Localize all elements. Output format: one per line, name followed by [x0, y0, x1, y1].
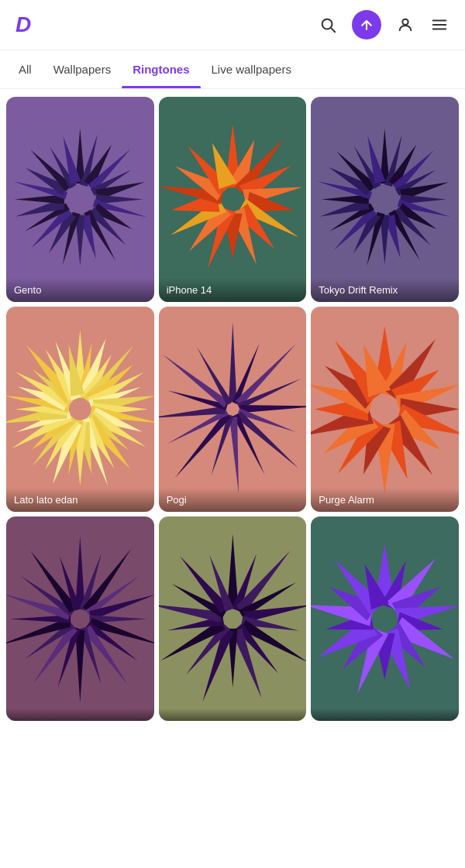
card-title: Pogi: [159, 488, 307, 512]
header: D: [0, 0, 465, 50]
ringtone-card-7[interactable]: [6, 516, 154, 722]
nav-tabs: All Wallpapers Ringtones Live wallpapers: [0, 50, 465, 89]
svg-marker-165: [227, 533, 238, 607]
tab-wallpapers[interactable]: Wallpapers: [43, 50, 122, 88]
card-title: Purge Alarm: [311, 488, 459, 512]
ringtone-card-purge[interactable]: Purge Alarm: [311, 307, 459, 512]
svg-marker-145: [75, 536, 84, 608]
ringtones-grid: Gento: [0, 89, 465, 729]
svg-marker-115: [236, 411, 301, 471]
search-icon[interactable]: [318, 15, 338, 35]
ringtone-card-pogi[interactable]: Pogi: [159, 307, 307, 512]
card-title: Lato lato edan: [6, 488, 154, 512]
svg-marker-109: [229, 322, 236, 401]
card-title: Gento: [6, 278, 154, 302]
ringtone-card-gento[interactable]: Gento: [6, 97, 154, 302]
svg-marker-155: [75, 630, 84, 702]
user-icon[interactable]: [395, 15, 415, 35]
app-logo[interactable]: D: [16, 12, 31, 37]
svg-marker-111: [235, 341, 298, 406]
ringtone-card-8[interactable]: [159, 516, 307, 722]
card-title: [159, 708, 307, 721]
tab-ringtones[interactable]: Ringtones: [122, 50, 200, 88]
upload-button[interactable]: [352, 10, 381, 39]
card-title: [6, 708, 154, 721]
header-icons: [318, 10, 450, 39]
card-title: iPhone 14: [159, 278, 307, 302]
card-title: Tokyo Drift Remix: [311, 278, 459, 302]
svg-point-3: [402, 19, 408, 25]
menu-icon[interactable]: [429, 15, 450, 35]
ringtone-card-iphone14[interactable]: iPhone 14: [159, 97, 307, 302]
svg-line-1: [331, 28, 335, 32]
tab-all[interactable]: All: [8, 50, 43, 88]
card-title: [311, 708, 459, 721]
ringtone-card-9[interactable]: [311, 516, 459, 722]
ringtone-card-lato[interactable]: Lato lato edan: [6, 307, 154, 512]
tab-live-wallpapers[interactable]: Live wallpapers: [201, 50, 302, 88]
ringtone-card-tokyo[interactable]: Tokyo Drift Remix: [311, 97, 459, 302]
